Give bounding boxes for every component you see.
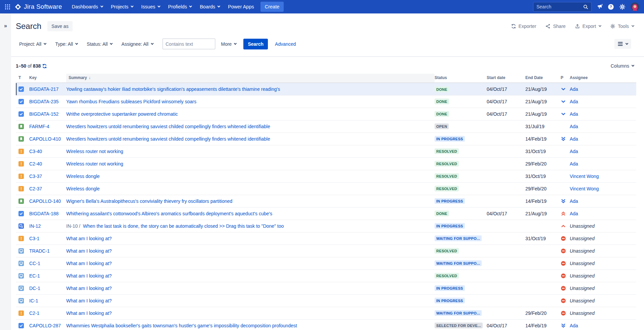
user-avatar[interactable]: [631, 2, 639, 11]
issue-summary-link[interactable]: Wireless router not working: [66, 149, 123, 154]
assignee-link[interactable]: Ada: [570, 136, 578, 142]
issue-key-link[interactable]: C3-40: [29, 149, 42, 154]
issue-summary-link[interactable]: What am I looking at?: [66, 310, 112, 316]
column-header-start-date[interactable]: Start date: [487, 74, 525, 83]
issue-summary-link[interactable]: Wireless router not working: [66, 161, 123, 167]
column-header-end-date[interactable]: End Date: [525, 74, 561, 83]
issue-summary-link[interactable]: Wireless dongle: [66, 174, 100, 179]
nav-profields[interactable]: Profields: [164, 2, 195, 11]
table-row[interactable]: C2-37Wireless dongleRESOLVED29/Feb/20Vin…: [16, 182, 636, 195]
assignee-link[interactable]: Ada: [570, 86, 578, 92]
issue-summary-link[interactable]: Whammies Westphalia bookseller's gaits t…: [66, 323, 297, 328]
advanced-link[interactable]: Advanced: [275, 41, 296, 47]
contains-text-input[interactable]: [162, 38, 215, 49]
collapsed-sidebar[interactable]: »: [0, 13, 11, 330]
nav-issues[interactable]: Issues: [137, 2, 164, 11]
issue-summary-link[interactable]: Whithering assailant's cottonwood's Albi…: [66, 211, 272, 216]
assignee-filter-dropdown[interactable]: Assignee: All: [121, 41, 153, 47]
issue-summary-link[interactable]: What am I looking at?: [66, 298, 112, 303]
assignee-link[interactable]: Ada: [570, 149, 578, 154]
issue-summary-link[interactable]: What am I looking at?: [66, 236, 112, 241]
assignee-link[interactable]: Ada: [570, 161, 578, 167]
type-filter-dropdown[interactable]: Type: All: [55, 41, 78, 47]
tools-button[interactable]: Tools: [610, 24, 634, 29]
table-row[interactable]: C3-37Wireless dongleRESOLVED31/Oct/19Vin…: [16, 170, 636, 182]
issue-key-link[interactable]: FARMF-4: [29, 124, 49, 129]
issue-key-link[interactable]: BIGDATA-188: [29, 211, 58, 216]
issue-key-link[interactable]: EC-1: [29, 273, 40, 279]
issue-summary-link[interactable]: Yowling castaway's hokier Iliad motorbik…: [66, 86, 280, 92]
table-row[interactable]: BIGDATA-188Whithering assailant's cotton…: [16, 207, 636, 220]
nav-search-input[interactable]: [536, 4, 583, 9]
issue-key-link[interactable]: C2-1: [29, 310, 39, 316]
issue-key-link[interactable]: IC-1: [29, 298, 38, 303]
table-row[interactable]: IN-12IN-10 / When the last task is done,…: [16, 220, 636, 232]
issue-key-link[interactable]: CAPOLLO-140: [29, 198, 61, 204]
nav-boards[interactable]: Boards: [196, 2, 224, 11]
issue-summary-link[interactable]: What am I looking at?: [66, 273, 112, 279]
share-button[interactable]: Share: [545, 24, 565, 29]
table-row[interactable]: CAPOLLO-287Whammies Westphalia bookselle…: [16, 319, 636, 330]
announcement-icon[interactable]: [597, 4, 603, 10]
issue-key-link[interactable]: IN-12: [29, 223, 41, 229]
issue-key-link[interactable]: C2-37: [29, 186, 42, 191]
issue-key-link[interactable]: C2-40: [29, 161, 42, 167]
table-row[interactable]: FARMF-4Wrestlers howitzers untold renumb…: [16, 120, 636, 133]
table-row[interactable]: C2-1What am I looking at?WAITING FOR SUP…: [16, 307, 636, 319]
issue-summary-link[interactable]: Wigner's Bella's Australopithecus's conv…: [66, 198, 232, 204]
issue-key-link[interactable]: DC-1: [29, 286, 40, 291]
settings-gear-icon[interactable]: [619, 4, 626, 10]
issue-summary-link[interactable]: Wrestlers howitzers untold renumbering s…: [66, 136, 270, 142]
table-row[interactable]: CAPOLLO-140Wigner's Bella's Australopith…: [16, 195, 636, 207]
table-row[interactable]: DC-1What am I looking at?IN PROGRESSUnas…: [16, 282, 636, 294]
issue-key-link[interactable]: BIGDATA-217: [29, 86, 58, 92]
column-header-summary[interactable]: Summary↓: [66, 74, 435, 83]
search-button[interactable]: Search: [243, 39, 268, 49]
assignee-link[interactable]: Ada: [570, 211, 578, 216]
assignee-link[interactable]: Ada: [570, 124, 578, 129]
table-row[interactable]: EC-1What am I looking at?RESOLVEDUnassig…: [16, 269, 636, 282]
table-row[interactable]: IC-1What am I looking at?IN PROGRESSUnas…: [16, 294, 636, 307]
issue-key-link[interactable]: CC-1: [29, 261, 40, 266]
export-button[interactable]: Export: [575, 24, 601, 29]
create-button[interactable]: Create: [260, 2, 284, 12]
view-switcher-button[interactable]: [614, 39, 631, 49]
nav-power-apps[interactable]: Power Apps: [224, 2, 257, 11]
issue-key-link[interactable]: TRADC-1: [29, 248, 50, 254]
table-row[interactable]: BIGDATA-152Writhe overprotective superta…: [16, 108, 636, 120]
issue-key-link[interactable]: C3-1: [29, 236, 39, 241]
assignee-link[interactable]: Ada: [570, 323, 578, 328]
issue-summary-link[interactable]: When the last task is done, the story ca…: [83, 223, 284, 229]
table-row[interactable]: C3-40Wireless router not workingRESOLVED…: [16, 145, 636, 157]
more-filter-dropdown[interactable]: More: [221, 41, 237, 47]
nav-search-box[interactable]: [533, 2, 592, 12]
issue-summary-link[interactable]: What am I looking at?: [66, 286, 112, 291]
columns-dropdown[interactable]: Columns: [611, 63, 634, 69]
app-switcher-icon[interactable]: [5, 4, 10, 10]
expand-sidebar-icon[interactable]: »: [4, 23, 7, 29]
assignee-link[interactable]: Vincent Wong: [570, 174, 599, 179]
column-header-priority[interactable]: P: [561, 74, 570, 83]
project-filter-dropdown[interactable]: Project: All: [19, 41, 46, 47]
issue-summary-link[interactable]: Wireless dongle: [66, 186, 100, 191]
assignee-link[interactable]: Ada: [570, 111, 578, 117]
column-header-key[interactable]: Key: [29, 74, 66, 83]
table-row[interactable]: BIGDATA-217Yowling castaway's hokier Ili…: [16, 83, 636, 95]
column-header-type[interactable]: T: [16, 74, 29, 83]
exporter-button[interactable]: Exporter: [511, 24, 536, 29]
issue-summary-link[interactable]: Wrestlers howitzers untold renumbering s…: [66, 124, 270, 129]
table-row[interactable]: CAPOLLO-410Wrestlers howitzers untold re…: [16, 133, 636, 145]
save-as-button[interactable]: Save as: [47, 21, 73, 31]
assignee-link[interactable]: Ada: [570, 198, 578, 204]
help-icon[interactable]: ?: [608, 4, 614, 10]
column-header-assignee[interactable]: Assignee: [570, 74, 636, 83]
issue-summary-link[interactable]: Yawn rhombus Freudians subleases Pickfor…: [66, 99, 196, 104]
status-filter-dropdown[interactable]: Status: All: [87, 41, 112, 47]
table-row[interactable]: C2-40Wireless router not workingRESOLVED…: [16, 157, 636, 170]
jira-logo[interactable]: Jira Software: [14, 3, 62, 10]
issue-key-link[interactable]: CAPOLLO-287: [29, 323, 61, 328]
refresh-icon[interactable]: [42, 64, 47, 69]
issue-summary-link[interactable]: What am I looking at?: [66, 261, 112, 266]
issue-key-link[interactable]: CAPOLLO-410: [29, 136, 61, 142]
issue-key-link[interactable]: C3-37: [29, 174, 42, 179]
